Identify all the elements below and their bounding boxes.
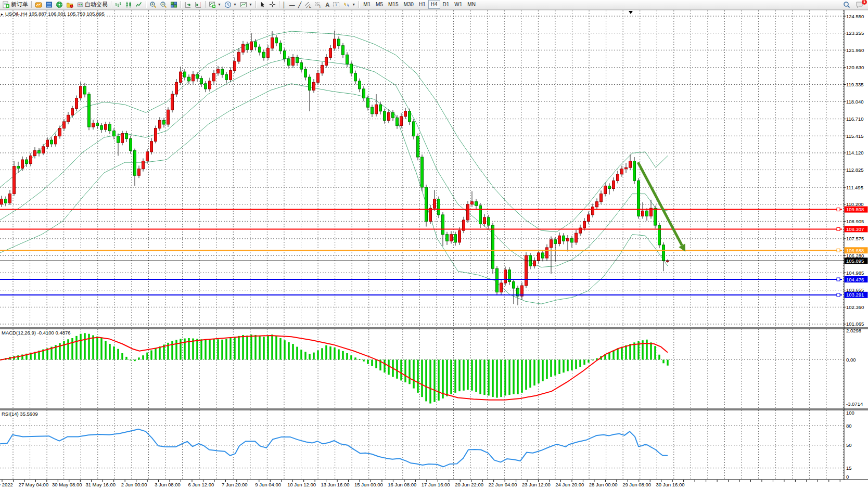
date-tick-label: 10 Jun 12:00 [287, 482, 316, 487]
cursor-button[interactable] [258, 0, 267, 9]
price-chart-canvas[interactable]: 124.550123.255121.960120.630119.335118.0… [0, 0, 868, 489]
date-tick-label: 20 Jun 22:00 [455, 482, 483, 487]
bear-candle [96, 123, 99, 125]
new-order-button[interactable]: 新订单 [1, 0, 30, 9]
timeframe-M1[interactable]: M1 [361, 0, 373, 9]
tile-windows-button[interactable] [169, 0, 179, 9]
horizontal-line-icon: — [289, 1, 295, 8]
bear-candle [279, 43, 282, 51]
rsi-tick-label: 80 [846, 423, 852, 429]
autotrade-button[interactable]: 自动交易 [75, 0, 109, 9]
svg-text:F: F [320, 5, 322, 8]
crosshair-button[interactable] [267, 0, 277, 9]
navigator-button[interactable] [54, 0, 65, 9]
auto-scroll-button[interactable] [183, 0, 193, 9]
cursor-icon [259, 1, 266, 8]
search-button[interactable] [841, 0, 852, 9]
timeframe-MN[interactable]: MN [465, 0, 478, 9]
navigator-icon [56, 1, 63, 8]
bull-candle [229, 71, 232, 80]
toolbar-separator [31, 1, 32, 8]
bear-candle [205, 84, 207, 89]
text-label-button[interactable]: T [331, 0, 341, 9]
bull-candle [592, 207, 594, 215]
bear-candle [646, 211, 648, 216]
profiles-button[interactable]: ▼ [223, 0, 238, 9]
bear-candle [379, 105, 382, 111]
price-tick-label: 119.335 [846, 82, 864, 87]
data-window-button[interactable] [44, 0, 54, 9]
bull-candle [429, 208, 432, 221]
level-line-handle[interactable] [837, 227, 840, 230]
date-tick-label: 30 Jun 16:00 [656, 482, 685, 487]
bear-candle [254, 42, 257, 47]
bull-candle [546, 248, 548, 258]
vertical-line-button[interactable]: │ [281, 0, 288, 9]
bull-candle [567, 238, 569, 241]
candlestick-chart-button[interactable] [123, 0, 134, 9]
arrows-button[interactable]: ▼ [341, 0, 357, 9]
terminal-button[interactable] [65, 0, 75, 9]
price-tick-label: 111.495 [846, 185, 863, 190]
bull-candle [138, 169, 141, 176]
market-watch-button[interactable] [33, 0, 44, 9]
zoom-in-button[interactable] [148, 0, 158, 9]
timeframe-M30[interactable]: M30 [401, 0, 416, 9]
equidistant-channel-button[interactable]: E [303, 0, 313, 9]
timeframe-H1[interactable]: H1 [416, 0, 428, 9]
date-tick-label: 17 Jun 16:00 [422, 482, 450, 487]
level-line-handle[interactable] [837, 278, 840, 281]
zoom-out-button[interactable] [158, 0, 169, 9]
bear-candle [246, 44, 249, 49]
bear-candle [296, 57, 299, 62]
bear-candle [488, 217, 490, 225]
bull-candle [30, 156, 32, 163]
chart-shift-icon [195, 1, 202, 8]
bar-chart-button[interactable] [113, 0, 123, 9]
bull-candle [21, 160, 24, 168]
timeframe-W1[interactable]: W1 [452, 0, 465, 9]
date-tick-label: 23 Jun 12:00 [522, 482, 551, 487]
date-tick-label: 24 Jun 20:00 [555, 482, 584, 487]
chart-shift-button[interactable] [193, 0, 203, 9]
svg-text:T: T [335, 3, 338, 7]
price-tick-label: 112.825 [846, 167, 864, 173]
rsi-tick-label: 0 [846, 474, 849, 480]
timeframe-D1[interactable]: D1 [440, 0, 452, 9]
bear-candle [384, 111, 386, 121]
bear-candle [363, 89, 365, 98]
dropdown-caret: ▼ [218, 3, 221, 6]
bull-candle [550, 240, 553, 248]
date-tick-label: 7 Jun 20:00 [222, 482, 248, 487]
bull-candle [617, 174, 619, 181]
bear-candle [554, 240, 557, 244]
timeframe-H4[interactable]: H4 [428, 0, 440, 9]
chart-area[interactable]: 124.550123.255121.960120.630119.335118.0… [0, 0, 868, 489]
timeframe-M5[interactable]: M5 [373, 0, 386, 9]
fibonacci-button[interactable]: F [313, 0, 324, 9]
svg-text:E: E [309, 5, 311, 8]
bear-candle [662, 245, 665, 261]
bear-candle [425, 187, 428, 222]
bear-candle [367, 98, 369, 108]
trend-line-button[interactable]: ╱ [297, 0, 303, 9]
horizontal-line-button[interactable]: — [288, 0, 297, 9]
toolbar-right-group: 1 [841, 0, 867, 9]
trend-line-icon: ╱ [298, 1, 302, 8]
level-line-handle[interactable] [837, 208, 840, 211]
timeframe-M15[interactable]: M15 [386, 0, 401, 9]
level-line-handle[interactable] [837, 293, 840, 297]
macd-tick-label: -3.0714 [846, 401, 863, 407]
text-button[interactable]: A [324, 0, 331, 9]
notifications-button[interactable]: 1 [854, 0, 865, 9]
level-line-handle[interactable] [837, 249, 840, 252]
templates-button[interactable]: ▼ [238, 0, 254, 9]
toolbar-separator [279, 1, 279, 8]
new-chart-button[interactable]: ▼ [207, 0, 223, 9]
line-chart-button[interactable] [134, 0, 144, 9]
macd-label: MACD(12,26,9) -0.4100 0.4876 [2, 330, 71, 336]
bull-candle [625, 168, 628, 169]
bull-candle [583, 221, 586, 228]
bull-candle [155, 128, 157, 141]
bull-candle [317, 73, 320, 83]
